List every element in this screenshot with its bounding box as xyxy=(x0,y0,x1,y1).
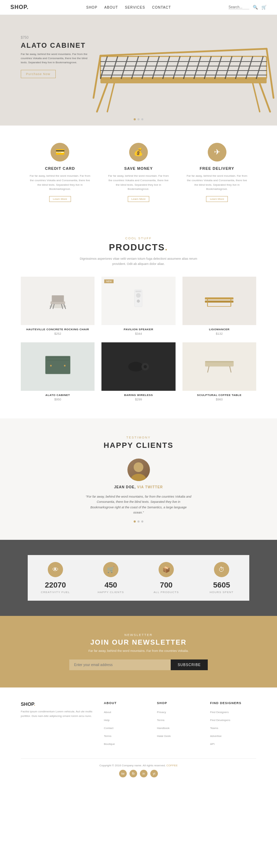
newsletter-label: NEWSLETTER xyxy=(21,633,256,637)
footer-about-col: SHOP. Facilisi ipsum condimentum Lorem v… xyxy=(21,701,97,748)
stat-item-2: 📦 700 ALL PRODUCTS xyxy=(138,555,194,601)
stat-label-3: HOURS SPENT xyxy=(197,591,246,594)
feature-link-1[interactable]: Learn More xyxy=(128,196,150,202)
svg-line-27 xyxy=(93,56,100,98)
hero-content: $750 ALATO CABINET Far far away, behind … xyxy=(21,36,93,78)
footer-link[interactable]: Terms xyxy=(157,719,164,722)
facebook-icon[interactable]: fb xyxy=(129,770,137,777)
footer-col-0: About AboutHelpContactTermsBoutique xyxy=(104,701,150,748)
youtube-icon[interactable]: yt xyxy=(150,770,158,777)
nav-link[interactable]: SHOP xyxy=(86,6,97,9)
cart-icon[interactable]: 🛒 xyxy=(261,5,267,10)
product-shape-4 xyxy=(126,359,151,374)
product-name-3: ALATO CABINET xyxy=(21,394,95,397)
products-section: COOL STUFF PRODUCTS. Dignissimos asperio… xyxy=(0,219,277,418)
feature-desc-0: Far far away, behind the word mountain. … xyxy=(29,174,91,192)
footer-link[interactable]: Advertise xyxy=(210,735,222,738)
t-dot-1[interactable] xyxy=(134,520,136,523)
subscribe-button[interactable]: SUBSCRIBE xyxy=(171,659,208,670)
instagram-icon[interactable]: in xyxy=(140,770,148,777)
footer-link[interactable]: Teams xyxy=(210,727,218,730)
product-img-4 xyxy=(101,342,175,391)
svg-line-13 xyxy=(215,56,222,79)
footer-cols: About AboutHelpContactTermsBoutique Shop… xyxy=(104,701,256,748)
footer-link[interactable]: Halal Geek xyxy=(157,735,171,738)
nav-links: SHOPABOUTSERVICESCONTACT xyxy=(86,6,171,9)
hero-section: $750 ALATO CABINET Far far away, behind … xyxy=(0,15,277,126)
svg-line-12 xyxy=(204,56,211,79)
svg-line-28 xyxy=(267,49,274,98)
stat-number-1: 450 xyxy=(87,581,135,590)
feature-icon-0: 💳 xyxy=(51,143,69,161)
footer-link[interactable]: Find Designers xyxy=(210,711,229,714)
nav-right: 🔍 🛒 xyxy=(229,5,267,10)
product-card-5[interactable]: SCULPTURAL COFFEE TABLE $960 xyxy=(182,342,256,401)
svg-rect-39 xyxy=(136,290,142,292)
svg-point-58 xyxy=(134,462,143,472)
product-shape-2 xyxy=(204,292,235,309)
svg-line-17 xyxy=(256,56,263,79)
newsletter-form: SUBSCRIBE xyxy=(69,659,208,670)
stat-number-0: 22070 xyxy=(31,581,80,590)
footer-link[interactable]: Contact xyxy=(104,727,114,730)
footer-link[interactable]: Help xyxy=(104,719,109,722)
footer-link[interactable]: About xyxy=(104,711,111,714)
footer-heading-1: Shop xyxy=(157,701,203,705)
nav-link[interactable]: ABOUT xyxy=(104,6,118,9)
hero-dot-1[interactable] xyxy=(134,118,136,120)
feature-icon-2: ✈ xyxy=(208,143,226,161)
footer-link[interactable]: Terms xyxy=(104,735,111,738)
product-card-1[interactable]: NEW PAVILION SPEAKER $344 xyxy=(101,277,175,335)
search-input[interactable] xyxy=(229,5,249,9)
t-dot-2[interactable] xyxy=(137,520,140,523)
stat-item-0: 👁 22070 CREATIVITY FUEL xyxy=(28,555,83,601)
product-name-4: BARING WIRELESS xyxy=(101,394,175,397)
feature-title-2: FREE DELIVERY xyxy=(186,166,248,170)
stat-icon-3: ⏱ xyxy=(214,562,229,577)
product-card-3[interactable]: ALATO CABINET $950 xyxy=(21,342,95,401)
hero-dot-3[interactable] xyxy=(141,118,143,120)
stat-label-1: HAPPY CLIENTS xyxy=(87,591,135,594)
nav-link[interactable]: SERVICES xyxy=(125,6,145,9)
feature-link-0[interactable]: Learn More xyxy=(49,196,71,202)
product-card-4[interactable]: BARING WIRELESS $299 xyxy=(101,342,175,401)
footer-bottom: Copyright © 2016 Company name. All right… xyxy=(21,758,256,777)
hero-title: ALATO CABINET xyxy=(21,41,93,49)
purchase-button[interactable]: Purchase Now xyxy=(21,70,56,78)
twitter-icon[interactable]: tw xyxy=(119,770,127,777)
footer-link[interactable]: Find Developers xyxy=(210,719,230,722)
svg-line-11 xyxy=(194,56,201,79)
svg-line-14 xyxy=(225,56,232,79)
product-card-0[interactable]: HAUTEVILLE CONCRETE ROCKING CHAIR $252 xyxy=(21,277,95,335)
svg-rect-54 xyxy=(205,362,234,367)
hero-image xyxy=(80,22,277,126)
hero-dots xyxy=(134,118,143,120)
product-shape-5 xyxy=(203,358,236,375)
footer-link[interactable]: Privacy xyxy=(157,711,166,714)
footer-link[interactable]: Handbook xyxy=(157,727,169,730)
feature-link-2[interactable]: Learn More xyxy=(206,196,228,202)
newsletter-section: NEWSLETTER JOIN OUR NEWSLETTER Far far a… xyxy=(0,616,277,687)
footer-credit-link[interactable]: COFFEE xyxy=(167,764,178,767)
stats-section: 👁 22070 CREATIVITY FUEL 🛒 450 HAPPY CLIE… xyxy=(0,540,277,616)
footer-top: SHOP. Facilisi ipsum condimentum Lorem v… xyxy=(21,701,256,748)
svg-point-53 xyxy=(144,365,147,368)
product-card-2[interactable]: LIGOMANCER $132 xyxy=(182,277,256,335)
hero-dot-2[interactable] xyxy=(137,118,140,120)
svg-point-49 xyxy=(50,365,52,367)
svg-line-55 xyxy=(208,367,209,372)
footer-link[interactable]: Boutique xyxy=(104,742,115,746)
stat-item-3: ⏱ 5605 HOURS SPENT xyxy=(194,555,249,601)
t-dot-3[interactable] xyxy=(141,520,143,523)
svg-line-7 xyxy=(152,56,159,79)
feature-desc-1: Far far away, behind the word mountain. … xyxy=(107,174,170,192)
stat-number-2: 700 xyxy=(142,581,190,590)
logo: SHOP. xyxy=(10,4,29,10)
footer-link[interactable]: API xyxy=(210,742,215,746)
feature-title-1: SAVE MONEY xyxy=(107,166,170,170)
product-badge-1: NEW xyxy=(104,279,113,283)
testimonial-avatar xyxy=(127,459,150,481)
nav-link[interactable]: CONTACT xyxy=(152,6,171,9)
newsletter-input[interactable] xyxy=(69,659,171,670)
search-icon[interactable]: 🔍 xyxy=(253,5,258,10)
